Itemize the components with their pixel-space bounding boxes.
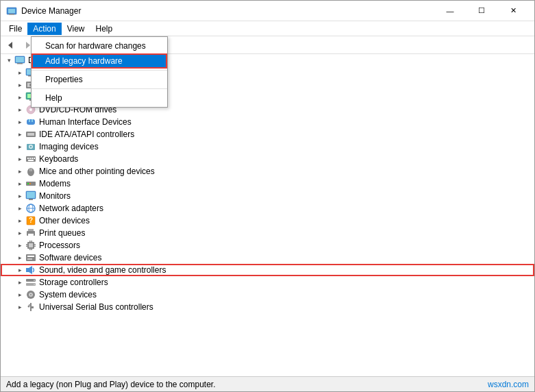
tree-item-soft[interactable]: ▸Software devices — [1, 252, 534, 264]
tree-item-network[interactable]: ▸Network adapters — [1, 202, 534, 215]
svg-marker-4 — [26, 42, 30, 49]
svg-rect-50 — [29, 199, 33, 200]
expand-icon[interactable]: ▸ — [14, 203, 25, 214]
tree-item-label: Processors — [39, 241, 80, 250]
close-button[interactable]: ✕ — [497, 1, 529, 21]
window-title: Device Manager — [21, 6, 81, 16]
expand-icon[interactable]: ▸ — [14, 79, 25, 90]
expand-icon[interactable]: ▸ — [14, 67, 25, 78]
expand-icon[interactable]: ▸ — [14, 228, 25, 238]
tree-item-label: Imaging devices — [39, 142, 99, 151]
back-button[interactable] — [3, 38, 18, 53]
expand-icon[interactable]: ▸ — [14, 141, 25, 152]
expand-icon[interactable]: ▸ — [14, 302, 25, 313]
expand-icon[interactable]: ▸ — [14, 265, 25, 275]
svg-point-76 — [34, 280, 35, 281]
svg-rect-63 — [34, 244, 36, 245]
svg-rect-71 — [27, 258, 32, 260]
expand-icon[interactable]: ▸ — [14, 289, 25, 300]
minimize-button[interactable]: — — [434, 1, 466, 21]
menu-separator-1 — [32, 70, 167, 71]
status-bar: Add a legacy (non Plug and Play) device … — [1, 376, 534, 391]
tree-item-system[interactable]: ▸System devices — [1, 289, 534, 301]
title-bar-left: Device Manager — [6, 5, 81, 16]
svg-rect-72 — [26, 268, 29, 272]
expand-icon[interactable]: ▸ — [14, 92, 25, 103]
window-icon — [6, 5, 17, 16]
device-manager-window: Device Manager — ☐ ✕ File Action View He… — [0, 0, 535, 392]
network-icon — [25, 203, 36, 214]
tree-item-print[interactable]: ▸Print queues — [1, 227, 534, 239]
imaging-icon — [25, 141, 36, 152]
tree-item-ide[interactable]: ▸IDE ATA/ATAPI controllers — [1, 128, 534, 140]
svg-rect-58 — [28, 234, 34, 236]
tree-item-label: Other devices — [39, 216, 90, 225]
tree-item-label: Print queues — [39, 228, 85, 238]
tree-item-label: Modems — [39, 179, 71, 188]
maximize-button[interactable]: ☐ — [466, 1, 497, 21]
svg-point-80 — [30, 294, 32, 295]
svg-rect-15 — [17, 63, 23, 64]
svg-rect-49 — [27, 192, 35, 198]
menu-file[interactable]: File — [3, 23, 27, 35]
expand-icon[interactable]: ▸ — [14, 191, 25, 201]
tree-item-mouse[interactable]: ▸Mice and other pointing devices — [1, 165, 534, 177]
tree-item-imaging[interactable]: ▸Imaging devices — [1, 140, 534, 153]
menu-help-action[interactable]: Help — [32, 90, 167, 106]
tree-item-label: IDE ATA/ATAPI controllers — [39, 130, 134, 139]
svg-rect-40 — [28, 160, 34, 161]
tree-item-label: Network adapters — [39, 204, 103, 213]
tree-item-label: Storage controllers — [39, 278, 108, 287]
expand-icon[interactable]: ▸ — [14, 104, 25, 115]
svg-rect-62 — [26, 246, 27, 247]
print-icon — [25, 228, 36, 238]
expand-icon[interactable]: ▸ — [14, 277, 25, 288]
menu-help[interactable]: Help — [90, 23, 119, 35]
svg-rect-61 — [26, 244, 27, 245]
modem-icon — [25, 178, 36, 189]
other-icon: ? — [25, 215, 36, 226]
svg-rect-2 — [9, 14, 14, 15]
expand-icon[interactable]: ▸ — [14, 117, 25, 127]
svg-rect-67 — [29, 249, 31, 250]
tree-item-label: Keyboards — [39, 154, 78, 164]
title-bar: Device Manager — ☐ ✕ — [1, 1, 534, 21]
tree-item-label: Mice and other pointing devices — [39, 167, 155, 176]
tree-item-keyboard[interactable]: ▸Keyboards — [1, 153, 534, 165]
tree-item-sound[interactable]: ▸Sound, video and game controllers — [1, 264, 534, 276]
svg-point-47 — [32, 183, 33, 184]
action-dropdown: Scan for hardware changes Add legacy har… — [31, 36, 168, 108]
expand-icon[interactable]: ▸ — [14, 129, 25, 140]
tree-item-modem[interactable]: ▸Modems — [1, 177, 534, 190]
expand-icon[interactable]: ▸ — [14, 252, 25, 263]
svg-rect-66 — [32, 241, 33, 242]
tree-item-proc[interactable]: ▸Processors — [1, 239, 534, 252]
expand-icon[interactable]: ▸ — [14, 166, 25, 177]
tree-item-other[interactable]: ▸?Other devices — [1, 215, 534, 227]
soft-icon — [25, 252, 36, 263]
svg-rect-14 — [16, 57, 24, 62]
svg-rect-64 — [34, 246, 36, 247]
storage-icon — [25, 277, 36, 288]
svg-point-84 — [28, 306, 30, 308]
svg-rect-68 — [32, 249, 33, 250]
svg-rect-37 — [29, 158, 31, 159]
menu-action[interactable]: Action — [27, 23, 61, 35]
menu-add-legacy[interactable]: Add legacy hardware — [32, 53, 167, 69]
menu-view[interactable]: View — [62, 23, 90, 35]
menu-properties[interactable]: Properties — [32, 72, 167, 87]
tree-item-hid[interactable]: ▸Human Interface Devices — [1, 116, 534, 128]
svg-text:?: ? — [29, 217, 33, 224]
expand-icon[interactable]: ▸ — [14, 178, 25, 189]
svg-rect-65 — [29, 241, 31, 242]
tree-item-usb[interactable]: ▸Universal Serial Bus controllers — [1, 301, 534, 313]
expand-icon[interactable]: ▸ — [14, 154, 25, 164]
sound-icon — [25, 265, 36, 275]
expand-icon[interactable]: ▸ — [14, 215, 25, 226]
tree-item-storage[interactable]: ▸Storage controllers — [1, 276, 534, 289]
svg-marker-73 — [29, 266, 32, 274]
menu-scan-hardware[interactable]: Scan for hardware changes — [32, 38, 167, 53]
expand-icon[interactable]: ▸ — [14, 240, 25, 251]
expand-icon[interactable]: ▾ — [3, 55, 14, 66]
tree-item-monitor[interactable]: ▸Monitors — [1, 190, 534, 202]
